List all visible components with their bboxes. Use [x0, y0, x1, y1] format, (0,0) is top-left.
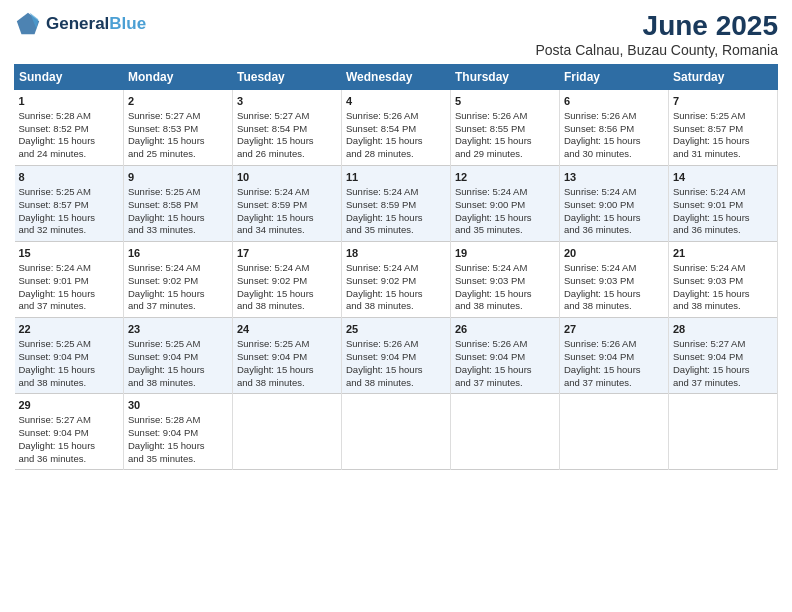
- day-info-line: Sunset: 8:56 PM: [564, 123, 664, 136]
- day-info-line: Sunrise: 5:27 AM: [237, 110, 337, 123]
- list-item: 18Sunrise: 5:24 AMSunset: 9:02 PMDayligh…: [342, 242, 451, 318]
- day-info-line: and 38 minutes.: [564, 300, 664, 313]
- day-info-line: Sunset: 9:01 PM: [673, 199, 773, 212]
- day-info-line: Sunset: 9:03 PM: [455, 275, 555, 288]
- day-number: 25: [346, 322, 446, 337]
- day-info-line: Sunset: 9:04 PM: [19, 427, 120, 440]
- day-info-line: Daylight: 15 hours: [128, 364, 228, 377]
- day-info-line: Daylight: 15 hours: [19, 288, 120, 301]
- day-number: 23: [128, 322, 228, 337]
- day-info-line: Sunrise: 5:24 AM: [346, 186, 446, 199]
- day-info-line: Sunrise: 5:26 AM: [564, 110, 664, 123]
- day-number: 8: [19, 170, 120, 185]
- table-row: 1Sunrise: 5:28 AMSunset: 8:52 PMDaylight…: [15, 90, 778, 166]
- day-info-line: and 36 minutes.: [564, 224, 664, 237]
- main-title: June 2025: [535, 10, 778, 42]
- day-info-line: and 26 minutes.: [237, 148, 337, 161]
- table-row: 29Sunrise: 5:27 AMSunset: 9:04 PMDayligh…: [15, 394, 778, 470]
- day-info-line: and 24 minutes.: [19, 148, 120, 161]
- day-number: 6: [564, 94, 664, 109]
- day-info-line: Sunset: 9:04 PM: [237, 351, 337, 364]
- list-item: 22Sunrise: 5:25 AMSunset: 9:04 PMDayligh…: [15, 318, 124, 394]
- day-info-line: Daylight: 15 hours: [564, 364, 664, 377]
- list-item: [669, 394, 778, 470]
- day-info-line: Sunset: 9:04 PM: [128, 351, 228, 364]
- day-info-line: and 36 minutes.: [19, 453, 120, 466]
- calendar-table: Sunday Monday Tuesday Wednesday Thursday…: [14, 64, 778, 470]
- col-wednesday: Wednesday: [342, 65, 451, 90]
- day-info-line: Sunset: 8:54 PM: [346, 123, 446, 136]
- day-info-line: Daylight: 15 hours: [128, 288, 228, 301]
- list-item: 7Sunrise: 5:25 AMSunset: 8:57 PMDaylight…: [669, 90, 778, 166]
- logo: General Blue: [14, 10, 146, 38]
- day-info-line: Sunrise: 5:27 AM: [19, 414, 120, 427]
- day-info-line: and 37 minutes.: [128, 300, 228, 313]
- day-number: 18: [346, 246, 446, 261]
- day-info-line: and 37 minutes.: [455, 377, 555, 390]
- col-saturday: Saturday: [669, 65, 778, 90]
- day-info-line: Sunrise: 5:26 AM: [564, 338, 664, 351]
- day-number: 16: [128, 246, 228, 261]
- day-info-line: Sunrise: 5:24 AM: [673, 262, 773, 275]
- day-info-line: Daylight: 15 hours: [19, 364, 120, 377]
- day-info-line: and 38 minutes.: [128, 377, 228, 390]
- day-number: 15: [19, 246, 120, 261]
- day-info-line: Daylight: 15 hours: [237, 364, 337, 377]
- day-info-line: Daylight: 15 hours: [128, 135, 228, 148]
- list-item: 10Sunrise: 5:24 AMSunset: 8:59 PMDayligh…: [233, 166, 342, 242]
- day-info-line: Sunset: 9:04 PM: [19, 351, 120, 364]
- list-item: 1Sunrise: 5:28 AMSunset: 8:52 PMDaylight…: [15, 90, 124, 166]
- day-info-line: Sunrise: 5:24 AM: [455, 186, 555, 199]
- day-info-line: Sunset: 8:57 PM: [673, 123, 773, 136]
- day-info-line: Sunrise: 5:26 AM: [346, 110, 446, 123]
- day-info-line: Sunset: 9:04 PM: [455, 351, 555, 364]
- day-info-line: Sunrise: 5:28 AM: [128, 414, 228, 427]
- list-item: 13Sunrise: 5:24 AMSunset: 9:00 PMDayligh…: [560, 166, 669, 242]
- list-item: 3Sunrise: 5:27 AMSunset: 8:54 PMDaylight…: [233, 90, 342, 166]
- day-info-line: Sunset: 9:03 PM: [564, 275, 664, 288]
- col-friday: Friday: [560, 65, 669, 90]
- list-item: 28Sunrise: 5:27 AMSunset: 9:04 PMDayligh…: [669, 318, 778, 394]
- day-info-line: Daylight: 15 hours: [455, 364, 555, 377]
- col-sunday: Sunday: [15, 65, 124, 90]
- list-item: 29Sunrise: 5:27 AMSunset: 9:04 PMDayligh…: [15, 394, 124, 470]
- list-item: 11Sunrise: 5:24 AMSunset: 8:59 PMDayligh…: [342, 166, 451, 242]
- day-number: 3: [237, 94, 337, 109]
- day-info-line: and 38 minutes.: [237, 300, 337, 313]
- day-info-line: Daylight: 15 hours: [346, 288, 446, 301]
- day-number: 27: [564, 322, 664, 337]
- day-number: 2: [128, 94, 228, 109]
- day-info-line: and 35 minutes.: [455, 224, 555, 237]
- day-info-line: and 37 minutes.: [19, 300, 120, 313]
- day-info-line: Sunset: 9:01 PM: [19, 275, 120, 288]
- day-info-line: Sunrise: 5:24 AM: [346, 262, 446, 275]
- day-number: 26: [455, 322, 555, 337]
- day-number: 12: [455, 170, 555, 185]
- list-item: 16Sunrise: 5:24 AMSunset: 9:02 PMDayligh…: [124, 242, 233, 318]
- table-row: 8Sunrise: 5:25 AMSunset: 8:57 PMDaylight…: [15, 166, 778, 242]
- day-number: 14: [673, 170, 773, 185]
- day-info-line: Sunset: 8:55 PM: [455, 123, 555, 136]
- day-info-line: Sunrise: 5:27 AM: [673, 338, 773, 351]
- day-info-line: Sunset: 8:59 PM: [237, 199, 337, 212]
- day-info-line: Sunrise: 5:28 AM: [19, 110, 120, 123]
- day-info-line: Sunrise: 5:25 AM: [19, 338, 120, 351]
- day-number: 20: [564, 246, 664, 261]
- day-info-line: and 25 minutes.: [128, 148, 228, 161]
- list-item: 15Sunrise: 5:24 AMSunset: 9:01 PMDayligh…: [15, 242, 124, 318]
- day-number: 11: [346, 170, 446, 185]
- list-item: 27Sunrise: 5:26 AMSunset: 9:04 PMDayligh…: [560, 318, 669, 394]
- header-row: Sunday Monday Tuesday Wednesday Thursday…: [15, 65, 778, 90]
- logo-blue: Blue: [109, 14, 146, 34]
- day-info-line: Daylight: 15 hours: [19, 440, 120, 453]
- day-info-line: Daylight: 15 hours: [564, 288, 664, 301]
- list-item: 8Sunrise: 5:25 AMSunset: 8:57 PMDaylight…: [15, 166, 124, 242]
- day-number: 30: [128, 398, 228, 413]
- list-item: 17Sunrise: 5:24 AMSunset: 9:02 PMDayligh…: [233, 242, 342, 318]
- list-item: 30Sunrise: 5:28 AMSunset: 9:04 PMDayligh…: [124, 394, 233, 470]
- day-info-line: and 37 minutes.: [564, 377, 664, 390]
- day-info-line: Daylight: 15 hours: [237, 212, 337, 225]
- day-number: 7: [673, 94, 773, 109]
- day-info-line: Sunrise: 5:24 AM: [19, 262, 120, 275]
- day-number: 28: [673, 322, 773, 337]
